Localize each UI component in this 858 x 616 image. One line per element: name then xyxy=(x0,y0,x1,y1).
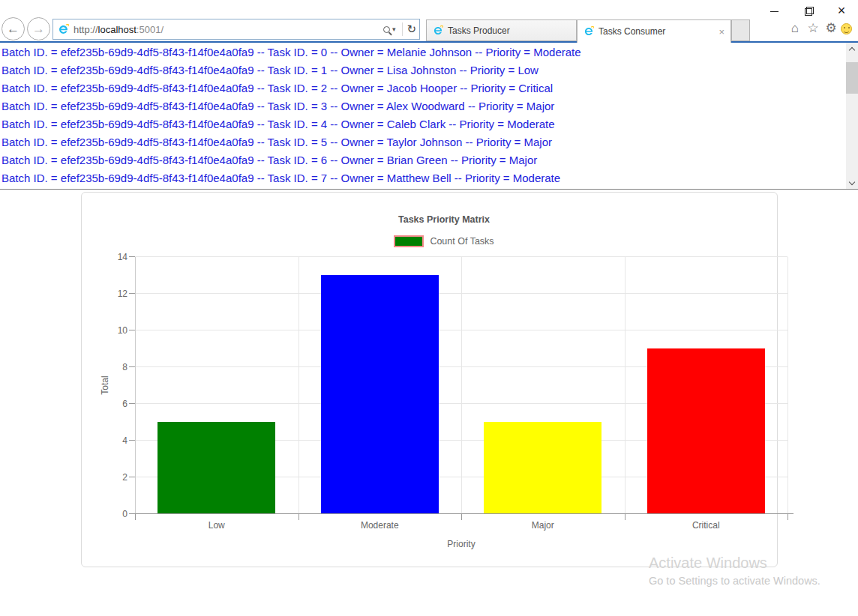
y-axis-title: Total xyxy=(100,368,110,402)
home-button[interactable]: ⌂ xyxy=(787,21,803,36)
ie-icon xyxy=(433,25,443,36)
legend-label: Count Of Tasks xyxy=(430,236,494,247)
restore-icon xyxy=(805,7,812,14)
y-tick xyxy=(129,477,135,477)
chart-legend[interactable]: Count Of Tasks xyxy=(135,235,753,247)
chart-title: Tasks Priority Matrix xyxy=(135,214,753,225)
y-tick xyxy=(129,440,135,441)
task-line: Batch ID. = efef235b-69d9-4df5-8f43-f14f… xyxy=(2,151,834,169)
bar-moderate xyxy=(321,275,439,514)
search-dropdown-icon[interactable]: ▾ xyxy=(392,25,396,33)
settings-button[interactable]: ⚙ xyxy=(823,21,839,36)
task-line: Batch ID. = efef235b-69d9-4df5-8f43-f14f… xyxy=(2,61,834,79)
home-icon: ⌂ xyxy=(791,21,799,35)
x-tick xyxy=(461,514,462,520)
gridline-vertical xyxy=(298,257,299,514)
bar-low xyxy=(158,422,275,514)
window-close-button[interactable]: × xyxy=(831,3,852,18)
minimize-icon xyxy=(770,11,778,13)
forward-button[interactable]: → xyxy=(27,17,50,40)
url-scheme: http:// xyxy=(74,24,98,35)
star-icon: ☆ xyxy=(807,21,818,35)
chevron-up-icon xyxy=(849,47,855,53)
y-tick xyxy=(129,330,135,330)
scrollbar-thumb[interactable] xyxy=(846,62,858,94)
forward-icon: → xyxy=(32,22,45,36)
gridline-vertical xyxy=(461,257,462,514)
ie-icon xyxy=(58,24,69,35)
x-tick xyxy=(135,514,136,520)
content-divider xyxy=(0,189,858,190)
back-button[interactable]: ← xyxy=(2,17,25,40)
back-icon: ← xyxy=(7,22,20,36)
addressbar-separator xyxy=(402,22,403,36)
legend-swatch xyxy=(394,235,424,247)
x-tick xyxy=(625,514,626,520)
chevron-down-icon xyxy=(849,179,855,185)
scroll-up-button[interactable] xyxy=(846,43,858,55)
y-tick xyxy=(129,403,135,404)
y-tick xyxy=(129,366,135,367)
url-text: http://localhost:5001/ xyxy=(74,24,383,35)
address-bar[interactable]: http://localhost:5001/ ▾ ↻ xyxy=(52,19,420,40)
task-line: Batch ID. = efef235b-69d9-4df5-8f43-f14f… xyxy=(2,133,834,151)
tab-close-icon[interactable]: × xyxy=(718,26,724,37)
activate-windows-watermark: Activate Windows xyxy=(649,555,767,572)
window-restore-button[interactable] xyxy=(798,3,819,18)
task-list: Batch ID. = efef235b-69d9-4df5-8f43-f14f… xyxy=(2,43,834,187)
ie-icon xyxy=(584,26,594,37)
refresh-icon[interactable]: ↻ xyxy=(406,22,416,36)
x-axis-line xyxy=(129,513,794,514)
url-path: :5001/ xyxy=(136,24,164,35)
task-line: Batch ID. = efef235b-69d9-4df5-8f43-f14f… xyxy=(2,79,834,97)
bar-major xyxy=(484,422,602,514)
window-minimize-button[interactable] xyxy=(764,3,784,18)
y-tick xyxy=(129,293,135,294)
feedback-smiley-icon[interactable] xyxy=(841,23,852,34)
tab-tasks-producer[interactable]: Tasks Producer xyxy=(426,19,577,41)
x-tick xyxy=(298,514,299,520)
tab-label: Tasks Consumer xyxy=(598,26,665,37)
task-line: Batch ID. = efef235b-69d9-4df5-8f43-f14f… xyxy=(2,43,834,61)
gridline-vertical xyxy=(788,257,788,514)
scroll-down-button[interactable] xyxy=(846,177,858,190)
url-host: localhost xyxy=(98,24,136,35)
gridline-vertical xyxy=(625,257,626,514)
task-line: Batch ID. = efef235b-69d9-4df5-8f43-f14f… xyxy=(2,97,834,115)
new-tab-button[interactable] xyxy=(731,19,750,41)
favorites-button[interactable]: ☆ xyxy=(805,21,821,36)
tab-tasks-consumer[interactable]: Tasks Consumer × xyxy=(577,19,731,43)
x-axis-title: Priority xyxy=(135,539,788,549)
y-axis-line xyxy=(135,257,136,514)
browser-chrome: × ← → http://localhost:5001/ ▾ ↻ Tasks P… xyxy=(0,0,858,43)
gear-icon: ⚙ xyxy=(825,21,836,35)
task-line: Batch ID. = efef235b-69d9-4df5-8f43-f14f… xyxy=(2,115,834,133)
x-tick xyxy=(788,514,788,520)
activate-windows-subtext: Go to Settings to activate Windows. xyxy=(649,575,820,587)
task-line: Batch ID. = efef235b-69d9-4df5-8f43-f14f… xyxy=(2,169,834,187)
close-icon: × xyxy=(838,3,846,18)
vertical-scrollbar[interactable] xyxy=(846,43,858,190)
y-tick xyxy=(129,256,135,257)
bar-critical xyxy=(647,348,765,514)
plot-area xyxy=(135,257,788,514)
tab-label: Tasks Producer xyxy=(448,25,510,36)
search-icon[interactable] xyxy=(383,26,390,33)
